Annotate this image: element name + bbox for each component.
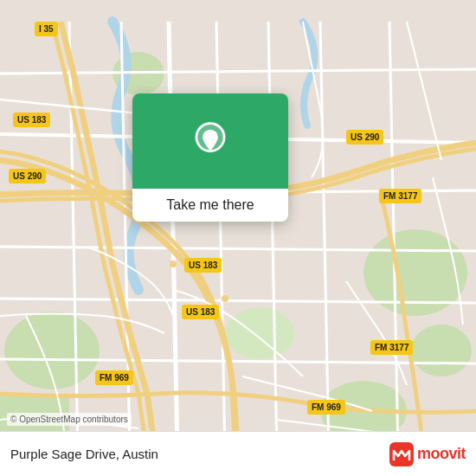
location-text: Purple Sage Drive, Austin xyxy=(10,447,158,461)
tooltip-header xyxy=(132,93,288,189)
copyright-text: © OpenStreetMap contributors xyxy=(7,413,132,426)
moovit-icon xyxy=(389,442,414,466)
map-pin-icon xyxy=(190,120,231,162)
badge-i35: I 35 xyxy=(35,22,58,36)
badge-fm969-bl: FM 969 xyxy=(95,370,133,385)
tooltip-body: Take me there xyxy=(132,189,288,222)
badge-fm3177-r2: FM 3177 xyxy=(370,340,413,355)
svg-point-22 xyxy=(170,261,177,267)
badge-us290-l: US 290 xyxy=(9,169,46,183)
badge-fm3177-r1: FM 3177 xyxy=(379,189,421,203)
svg-point-6 xyxy=(411,325,472,376)
tooltip-pointer xyxy=(200,221,221,222)
map-background xyxy=(0,0,476,476)
tooltip-card[interactable]: Take me there xyxy=(132,93,288,222)
moovit-logo[interactable]: moovit xyxy=(389,442,466,466)
badge-us183-b2: US 183 xyxy=(182,305,219,319)
moovit-brand-text: moovit xyxy=(417,445,466,463)
badge-us290-r: US 290 xyxy=(346,130,383,145)
badge-us183-b1: US 183 xyxy=(184,258,222,273)
tooltip-label: Take me there xyxy=(166,197,254,212)
badge-us183-tl: US 183 xyxy=(13,113,50,127)
svg-point-3 xyxy=(225,307,294,359)
map-container: I 35 US 183 US 290 US 290 FM 3177 US 183… xyxy=(0,0,476,476)
badge-fm969-br: FM 969 xyxy=(307,400,345,415)
bottom-bar: Purple Sage Drive, Austin moovit xyxy=(0,431,476,476)
svg-point-23 xyxy=(222,295,228,302)
